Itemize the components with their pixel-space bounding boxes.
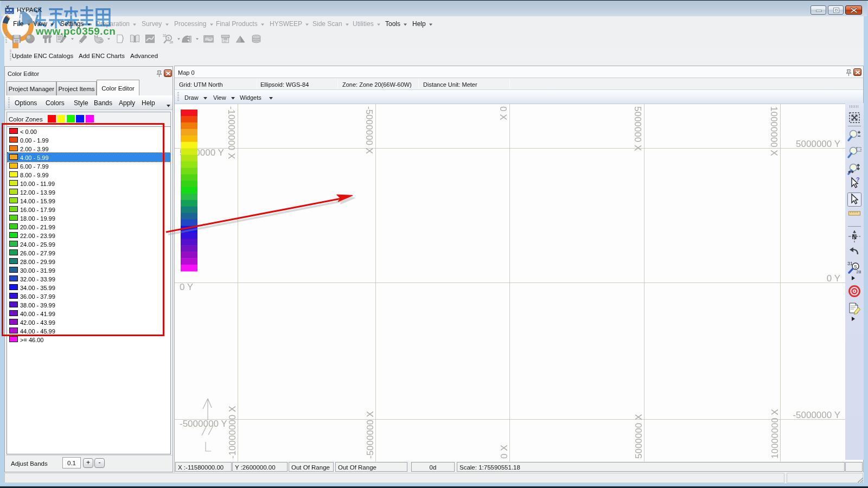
svg-text:N: N [852, 233, 857, 241]
svg-text:0 Y: 0 Y [827, 273, 840, 284]
svg-text:5: 5 [168, 36, 170, 40]
svg-text:28: 28 [169, 41, 173, 44]
svg-text:10000000 X: 10000000 X [769, 106, 779, 156]
svg-text:-5000000 Y: -5000000 Y [180, 419, 227, 429]
svg-text:-5000000 X: -5000000 X [365, 411, 375, 459]
svg-text:5000000 X: 5000000 X [633, 106, 643, 151]
svg-text:0 X: 0 X [498, 106, 508, 120]
svg-text:0 X: 0 X [499, 445, 509, 459]
svg-text:?: ? [856, 176, 860, 183]
svg-text:0 Y: 0 Y [180, 282, 193, 292]
svg-text:-5000000 Y: -5000000 Y [793, 410, 840, 420]
svg-text:28: 28 [857, 269, 861, 274]
svg-text:5000000 Y: 5000000 Y [796, 139, 840, 149]
svg-text:5: 5 [854, 264, 857, 269]
svg-text:5000000 X: 5000000 X [634, 414, 644, 459]
svg-text:10000000 X: 10000000 X [770, 409, 780, 459]
svg-text:-10000000 X: -10000000 X [227, 406, 238, 459]
svg-text:-5000000 X: -5000000 X [364, 106, 374, 154]
svg-text:-10000000 X: -10000000 X [226, 106, 237, 159]
